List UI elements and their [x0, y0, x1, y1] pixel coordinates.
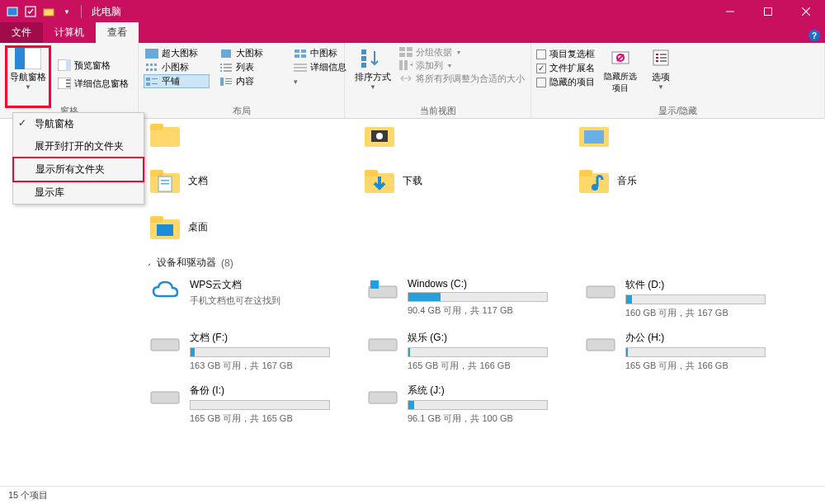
folder-documents[interactable]: 文档 [148, 167, 314, 195]
minimize-button[interactable] [711, 0, 749, 23]
options-button[interactable]: 选项 ▼ [643, 45, 679, 104]
svg-rect-25 [150, 68, 153, 71]
svg-rect-62 [660, 57, 667, 59]
layout-list[interactable]: 列表 [218, 60, 284, 74]
layout-tiles[interactable]: 平铺 [144, 74, 210, 88]
folder-partial-3[interactable] [578, 124, 742, 148]
svg-rect-61 [660, 54, 667, 55]
folder-partial-1[interactable] [148, 124, 314, 148]
svg-rect-4 [765, 8, 772, 16]
tab-view[interactable]: 查看 [96, 22, 139, 43]
details-pane-button[interactable]: 详细信息窗格 [54, 75, 132, 92]
svg-rect-29 [220, 67, 222, 68]
svg-rect-26 [154, 68, 157, 71]
hidden-items-toggle[interactable]: 隐藏的项目 [536, 76, 595, 88]
svg-rect-74 [161, 180, 169, 181]
svg-rect-40 [220, 78, 224, 86]
svg-rect-14 [66, 86, 70, 87]
drive-j[interactable]: 系统 (J:) 96.1 GB 可用，共 100 GB [366, 384, 564, 425]
drive-d[interactable]: 软件 (D:) 160 GB 可用，共 167 GB [584, 278, 782, 319]
fit-columns-button[interactable]: 将所有列调整为合适的大小 [399, 73, 525, 85]
drive-f[interactable]: 文档 (F:) 163 GB 可用，共 167 GB [148, 331, 346, 372]
svg-rect-17 [295, 49, 299, 53]
folder-music[interactable]: 音乐 [578, 167, 742, 195]
svg-rect-21 [146, 64, 148, 66]
fit-columns-icon [399, 73, 412, 85]
documents-icon [148, 167, 182, 195]
tab-computer[interactable]: 计算机 [43, 22, 96, 43]
devices-section-header[interactable]: ⌄ 设备和驱动器 (8) [148, 256, 815, 270]
window-title: 此电脑 [92, 5, 121, 19]
svg-rect-15 [145, 49, 158, 59]
drive-h[interactable]: 办公 (H:) 165 GB 可用，共 166 GB [584, 331, 782, 372]
svg-rect-89 [587, 339, 615, 351]
tab-file[interactable]: 文件 [0, 22, 43, 43]
ribbon-collapse-icon[interactable]: ˇ [800, 31, 804, 40]
group-by-button[interactable]: 分组依据▾ [399, 46, 525, 59]
qat-new-folder-icon[interactable] [41, 4, 56, 19]
group-label-show-hide: 显示/隐藏 [536, 104, 819, 118]
drive-icon [584, 331, 617, 356]
svg-rect-48 [407, 47, 412, 51]
svg-rect-0 [7, 7, 17, 16]
qat-dropdown-icon[interactable]: ▼ [59, 4, 74, 19]
svg-rect-42 [225, 81, 232, 82]
file-extensions-toggle[interactable]: ✓文件扩展名 [536, 62, 595, 74]
svg-rect-28 [224, 64, 232, 65]
maximize-button[interactable] [749, 0, 787, 23]
menu-show-libraries[interactable]: 显示库 [13, 181, 144, 204]
help-icon[interactable]: ? [808, 30, 820, 41]
drive-icon [148, 384, 182, 408]
menu-expand-to-open[interactable]: 展开到打开的文件夹 [13, 135, 144, 158]
svg-rect-30 [224, 67, 232, 68]
svg-rect-91 [369, 392, 397, 403]
chevron-down-icon: ⌄ [148, 258, 152, 267]
layout-large[interactable]: 大图标 [218, 46, 284, 60]
hide-selected-button[interactable]: 隐藏所选项目 [600, 45, 641, 104]
drive-icon [366, 331, 399, 356]
preview-pane-button[interactable]: 预览窗格 [54, 57, 132, 73]
details-pane-icon [58, 77, 71, 90]
svg-rect-32 [224, 70, 232, 72]
svg-rect-86 [587, 286, 615, 298]
layout-more[interactable]: ▾ [292, 74, 309, 88]
svg-rect-65 [150, 124, 163, 130]
svg-rect-46 [361, 63, 366, 68]
layout-content[interactable]: 内容 [218, 74, 284, 88]
svg-rect-24 [146, 68, 148, 71]
svg-rect-70 [584, 130, 604, 144]
content-area: 文档 下载 音乐 桌面 ⌄ 设备和驱动器 (8) WPS云文档 手机文档也可在这… [148, 124, 815, 486]
close-button[interactable] [787, 0, 825, 23]
folder-partial-2[interactable] [363, 124, 528, 148]
layout-extra-large[interactable]: 超大图标 [144, 46, 210, 60]
svg-rect-19 [295, 54, 299, 58]
group-label-current-view: 当前视图 [350, 104, 526, 118]
svg-rect-75 [161, 183, 169, 185]
layout-small[interactable]: 小图标 [144, 60, 210, 74]
navigation-pane-button[interactable]: 导航窗格 ▼ [5, 45, 51, 104]
drive-g[interactable]: 娱乐 (G:) 165 GB 可用，共 166 GB [366, 331, 564, 372]
svg-rect-41 [225, 78, 232, 79]
chevron-down-icon: ▼ [658, 83, 664, 91]
svg-rect-52 [404, 60, 408, 70]
svg-rect-36 [146, 78, 150, 81]
menu-navigation-pane[interactable]: ✓ 导航窗格 [13, 113, 144, 135]
drive-icon [584, 278, 617, 303]
folder-downloads[interactable]: 下载 [363, 167, 528, 195]
svg-rect-83 [157, 224, 173, 236]
navigation-pane-menu: ✓ 导航窗格 展开到打开的文件夹 显示所有文件夹 显示库 [12, 112, 144, 205]
drive-i[interactable]: 备份 (I:) 165 GB 可用，共 165 GB [148, 384, 346, 425]
drive-wps[interactable]: WPS云文档 手机文档也可在这找到 [148, 278, 346, 319]
drive-icon [148, 331, 182, 356]
qat-properties-icon[interactable] [23, 4, 38, 19]
preview-pane-icon [58, 59, 71, 72]
folder-desktop[interactable]: 桌面 [148, 213, 314, 241]
drive-c[interactable]: Windows (C:) 90.4 GB 可用，共 117 GB [366, 278, 564, 319]
chevron-down-icon: ▼ [25, 83, 31, 91]
item-checkboxes-toggle[interactable]: 项目复选框 [536, 48, 595, 60]
separator [81, 5, 82, 18]
menu-show-all-folders[interactable]: 显示所有文件夹 [12, 157, 144, 182]
add-columns-button[interactable]: +添加列▾ [399, 59, 525, 72]
sort-by-button[interactable]: 排序方式 ▼ [350, 45, 396, 104]
ribbon-tabs: 文件 计算机 查看 ˇ ? [0, 23, 825, 43]
